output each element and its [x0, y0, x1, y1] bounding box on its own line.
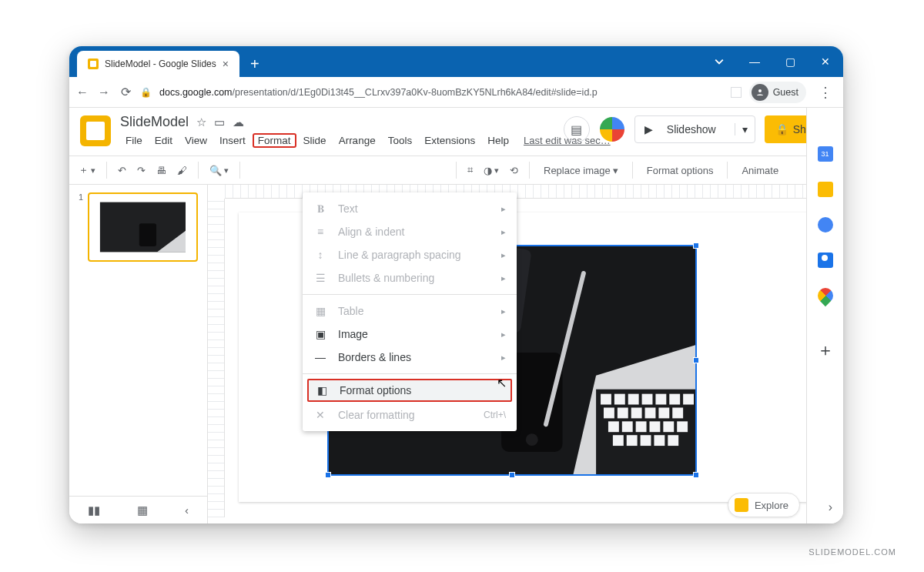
format-options-button[interactable]: Format options	[641, 162, 720, 179]
menu-help[interactable]: Help	[482, 133, 514, 148]
menu-borders-lines[interactable]: —Borders & lines▸	[303, 346, 517, 369]
slideshow-label: ▶ Slideshow	[635, 123, 735, 135]
svg-point-0	[758, 89, 762, 92]
slide-thumbnails-panel: 1	[69, 185, 208, 517]
svg-rect-34	[654, 435, 665, 446]
cloud-status-icon[interactable]: ☁	[233, 115, 244, 129]
menu-extensions[interactable]: Extensions	[419, 133, 480, 148]
crop-icon[interactable]: ⌗	[464, 161, 476, 179]
tasks-icon[interactable]	[818, 217, 833, 232]
svg-rect-26	[622, 421, 633, 432]
meet-icon[interactable]	[599, 116, 625, 142]
menu-image[interactable]: ▣Image▸	[303, 323, 517, 346]
lock-icon[interactable]: 🔒	[140, 87, 152, 98]
svg-point-8	[526, 433, 538, 446]
view-switcher: ▮▮ ▦ ‹	[69, 496, 208, 523]
format-menu-dropdown: 𝐁Text▸ ≡Align & indent▸ ↕Line & paragrap…	[303, 192, 517, 431]
install-app-icon[interactable]	[731, 87, 742, 98]
new-tab-button[interactable]: +	[244, 53, 266, 75]
watermark: SLIDEMODEL.COM	[808, 547, 896, 557]
window-close-button[interactable]: ✕	[808, 46, 843, 77]
slides-logo-icon[interactable]	[80, 115, 111, 146]
svg-rect-17	[669, 394, 680, 405]
vertical-ruler	[208, 199, 225, 517]
svg-rect-24	[672, 407, 683, 418]
menu-bullets: ☰Bullets & numbering▸	[303, 266, 517, 289]
menu-format[interactable]: Format	[253, 133, 296, 148]
nav-back-icon[interactable]: ←	[75, 85, 89, 99]
star-icon[interactable]: ☆	[196, 115, 206, 129]
url-field[interactable]: docs.google.com/presentation/d/1Eg0Di13t…	[159, 87, 723, 98]
menu-insert[interactable]: Insert	[214, 133, 251, 148]
window-maximize-button[interactable]: ▢	[772, 46, 808, 77]
svg-rect-22	[645, 407, 656, 418]
resize-handle[interactable]	[509, 472, 515, 478]
collapse-panel-icon[interactable]: ‹	[185, 503, 189, 517]
svg-rect-33	[641, 435, 651, 446]
window-minimize-button[interactable]: —	[737, 46, 772, 77]
reset-image-icon[interactable]: ⟲	[507, 162, 521, 179]
filmstrip-view-icon[interactable]: ▮▮	[88, 503, 100, 517]
add-addon-icon[interactable]: ＋	[817, 339, 834, 362]
svg-rect-20	[618, 407, 628, 418]
menu-file[interactable]: File	[120, 133, 148, 148]
lock-share-icon: 🔒	[775, 123, 788, 135]
nav-reload-icon[interactable]: ⟳	[119, 85, 132, 99]
nav-forward-icon[interactable]: →	[97, 85, 111, 99]
resize-handle[interactable]	[693, 243, 699, 249]
svg-rect-18	[683, 394, 694, 405]
explore-button[interactable]: Explore	[728, 493, 800, 517]
svg-rect-21	[631, 407, 642, 418]
svg-rect-28	[650, 421, 661, 432]
resize-handle[interactable]	[693, 357, 699, 363]
browser-window: SlideModel - Google Slides × + — ▢ ✕ ← →…	[69, 46, 843, 523]
browser-tab[interactable]: SlideModel - Google Slides ×	[77, 51, 239, 77]
tab-close-icon[interactable]: ×	[223, 58, 229, 70]
menu-view[interactable]: View	[179, 133, 213, 148]
new-slide-button[interactable]: ＋▾	[75, 160, 99, 180]
slideshow-button[interactable]: ▶ Slideshow ▾	[634, 115, 755, 143]
slideshow-dropdown-icon[interactable]: ▾	[735, 123, 755, 135]
profile-chip[interactable]: Guest	[749, 82, 806, 103]
move-icon[interactable]: ▭	[214, 115, 225, 129]
url-path: /presentation/d/1Eg0Di13t45__CLrxv397a0K…	[233, 87, 598, 98]
animate-button[interactable]: Animate	[735, 162, 785, 179]
cursor-icon: ↖	[497, 376, 507, 390]
slide-thumbnail-1[interactable]	[88, 192, 198, 262]
resize-handle[interactable]	[325, 472, 331, 478]
svg-rect-23	[658, 407, 669, 418]
comments-icon[interactable]: ▤	[564, 116, 590, 142]
print-icon[interactable]: 🖶	[153, 162, 169, 179]
undo-icon[interactable]: ↶	[115, 162, 129, 179]
keep-icon[interactable]	[818, 182, 833, 197]
paint-format-icon[interactable]: 🖌	[174, 162, 190, 179]
menu-line-spacing: ↕Line & paragraph spacing▸	[303, 243, 517, 266]
hide-sidepanel-icon[interactable]: ›	[829, 500, 832, 514]
window-dropdown-button[interactable]	[701, 46, 737, 77]
svg-rect-25	[608, 421, 619, 432]
menu-format-options[interactable]: ◧Format options	[307, 379, 512, 402]
browser-menu-icon[interactable]: ⋮	[814, 84, 837, 101]
menu-arrange[interactable]: Arrange	[333, 133, 381, 148]
explore-icon	[735, 498, 748, 512]
avatar-icon	[752, 84, 768, 101]
svg-rect-31	[613, 435, 624, 446]
mask-icon[interactable]: ◑▾	[480, 162, 502, 179]
resize-handle[interactable]	[693, 472, 699, 478]
svg-rect-13	[614, 394, 625, 405]
window-controls: — ▢ ✕	[701, 46, 843, 77]
menu-edit[interactable]: Edit	[149, 133, 178, 148]
zoom-icon[interactable]: 🔍▾	[206, 162, 232, 179]
maps-icon[interactable]	[814, 285, 835, 306]
app-header: SlideModel ☆ ▭ ☁ File Edit View Insert F…	[69, 108, 843, 148]
menu-bar: File Edit View Insert Format Slide Arran…	[120, 133, 611, 148]
grid-view-icon[interactable]: ▦	[137, 503, 148, 517]
calendar-icon[interactable]	[818, 146, 833, 162]
contacts-icon[interactable]	[818, 253, 833, 268]
menu-slide[interactable]: Slide	[298, 133, 332, 148]
menu-tools[interactable]: Tools	[383, 133, 418, 148]
replace-image-button[interactable]: Replace image ▾	[537, 162, 624, 179]
doc-title[interactable]: SlideModel	[120, 114, 189, 130]
profile-label: Guest	[773, 87, 798, 98]
redo-icon[interactable]: ↷	[134, 162, 149, 179]
